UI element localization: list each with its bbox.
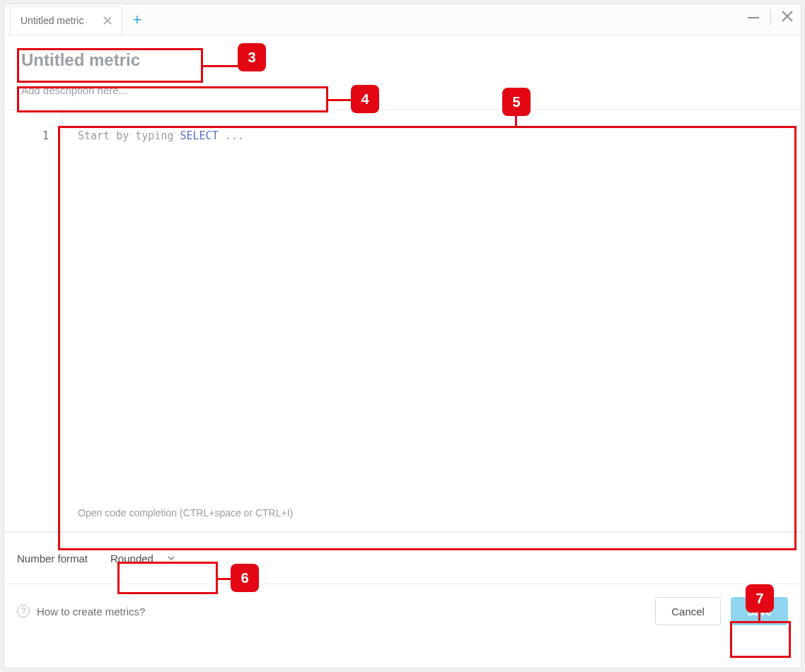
placeholder-keyword: SELECT xyxy=(180,129,219,142)
callout-4: 4 xyxy=(351,85,379,113)
pointer-6 xyxy=(218,578,231,580)
minimize-icon[interactable] xyxy=(746,11,760,25)
callout-6: 6 xyxy=(231,564,259,592)
footer: ? How to create metrics? Cancel Save xyxy=(4,584,801,638)
window-controls xyxy=(746,8,794,27)
metric-title-input[interactable]: Untitled metric xyxy=(17,44,196,76)
header-area: Untitled metric Add description here... xyxy=(4,35,801,109)
metric-description-input[interactable]: Add description here... xyxy=(17,79,323,102)
metric-editor-window: Untitled metric + Untitled metric Add de… xyxy=(4,4,801,668)
tab-bar: Untitled metric + xyxy=(4,4,801,35)
placeholder-suffix: ... xyxy=(219,129,244,142)
help-text: How to create metrics? xyxy=(37,606,145,618)
chevron-down-icon xyxy=(166,553,176,563)
line-number: 1 xyxy=(42,129,49,142)
callout-3: 3 xyxy=(238,43,266,71)
line-gutter: 1 xyxy=(4,110,62,531)
pointer-3 xyxy=(203,65,238,67)
number-format-label: Number format xyxy=(17,552,88,564)
number-format-value: Rounded xyxy=(110,552,154,564)
close-window-icon[interactable] xyxy=(781,8,794,27)
code-editor[interactable]: 1 Start by typing SELECT ... Open code c… xyxy=(4,110,801,532)
code-body[interactable]: Start by typing SELECT ... Open code com… xyxy=(62,110,801,531)
callout-5: 5 xyxy=(502,88,531,116)
pointer-4 xyxy=(328,99,351,101)
help-link[interactable]: ? How to create metrics? xyxy=(17,605,145,618)
help-icon: ? xyxy=(17,605,30,618)
number-format-select[interactable]: Rounded xyxy=(102,548,185,569)
placeholder-prefix: Start by typing xyxy=(78,129,180,142)
pointer-5 xyxy=(515,116,517,127)
cancel-button[interactable]: Cancel xyxy=(655,597,721,625)
code-completion-hint: Open code completion (CTRL+space or CTRL… xyxy=(78,507,293,519)
tab-label: Untitled metric xyxy=(21,15,83,26)
pointer-7 xyxy=(758,613,760,621)
add-tab-button[interactable]: + xyxy=(122,11,151,29)
tab-untitled-metric[interactable]: Untitled metric xyxy=(10,6,122,35)
number-format-row: Number format Rounded xyxy=(4,532,801,584)
code-placeholder: Start by typing SELECT ... xyxy=(78,129,244,142)
callout-7: 7 xyxy=(746,584,774,613)
close-tab-icon[interactable] xyxy=(103,15,112,27)
window-control-divider xyxy=(770,10,771,25)
